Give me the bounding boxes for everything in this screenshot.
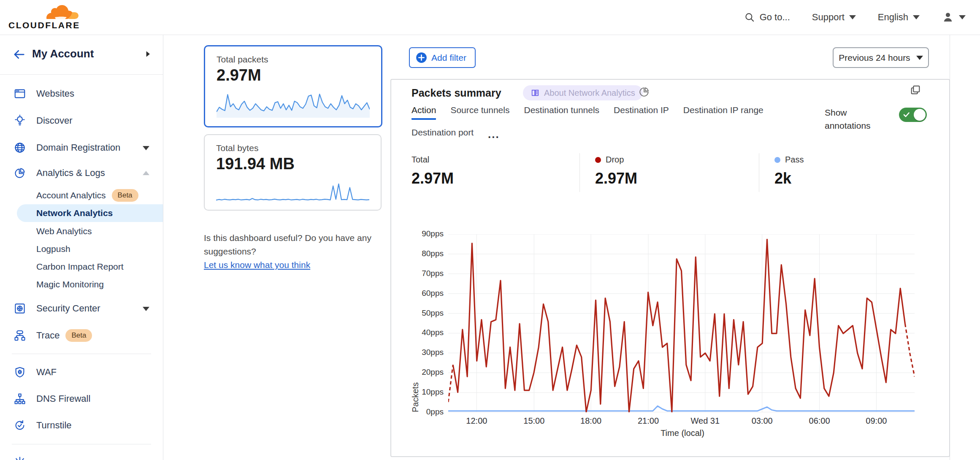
sidebar-item-network-analytics[interactable]: Network Analytics	[17, 204, 163, 222]
search-icon	[744, 12, 755, 23]
x-tick-label: 06:00	[809, 416, 830, 426]
support-label: Support	[812, 12, 845, 23]
bytes-sparkline	[216, 180, 369, 203]
expand-copy-icon[interactable]	[910, 84, 921, 96]
stat-divider	[759, 153, 759, 192]
goto-label: Go to...	[760, 12, 790, 23]
stat-label: Pass	[785, 155, 804, 165]
sidebar-item-label: TraceBeta	[36, 329, 92, 342]
stat-value: 2k	[774, 170, 804, 187]
beta-badge: Beta	[112, 189, 138, 202]
packets-time-series-chart	[448, 234, 915, 412]
beta-badge: Beta	[65, 329, 92, 342]
tab-destination-port[interactable]: Destination port	[411, 127, 474, 142]
tab-destination-tunnels[interactable]: Destination tunnels	[524, 105, 599, 120]
time-range-label: Previous 24 hours	[839, 53, 910, 63]
sidebar-item-turnstile[interactable]: Turnstile	[0, 414, 163, 437]
stat-value: 2.97M	[411, 170, 454, 187]
account-title: My Account	[32, 47, 94, 60]
spark-icon	[14, 456, 26, 460]
feedback-link[interactable]: Let us know what you think	[204, 260, 310, 270]
account-header[interactable]: My Account	[0, 35, 163, 75]
sidebar-item-domain-registration[interactable]: Domain Registration	[0, 136, 163, 160]
x-tick-label: Wed 31	[691, 416, 720, 426]
total-bytes-card[interactable]: Total bytes 191.94 MB	[204, 134, 382, 211]
stat-total: Total2.97M	[411, 155, 454, 187]
lightbulb-icon	[14, 114, 26, 127]
sidebar-item-label: DNS Firewall	[36, 393, 90, 404]
account-menu[interactable]	[942, 11, 966, 24]
language-menu[interactable]: English	[878, 12, 920, 23]
sidebar-item-discover[interactable]: Discover	[0, 109, 163, 133]
total-packets-card[interactable]: Total packets 2.97M	[204, 45, 382, 127]
show-annotations-toggle[interactable]	[899, 108, 927, 122]
sidebar-item-label: Web Analytics	[36, 226, 92, 236]
x-tick-label: 09:00	[866, 416, 887, 426]
sidebar-item-logpush[interactable]: Logpush	[0, 240, 163, 258]
sidebar-item-label: Turnstile	[36, 420, 72, 431]
sidebar-item-trace[interactable]: TraceBeta	[0, 324, 163, 347]
about-network-analytics-badge[interactable]: About Network Analytics	[523, 85, 643, 100]
tab-destination-ip-range[interactable]: Destination IP range	[683, 105, 763, 120]
sidebar-item-label: Websites	[36, 88, 74, 99]
show-annotations-label: Show annotations	[825, 106, 884, 132]
trace-icon	[14, 329, 26, 342]
x-tick-label: 15:00	[523, 416, 544, 426]
sidebar-item-dns-firewall[interactable]: DNS Firewall	[0, 387, 163, 411]
check-icon	[903, 111, 910, 119]
packets-summary-panel: Packets summary About Network Analytics …	[390, 79, 950, 457]
x-tick-label: 18:00	[580, 416, 601, 426]
add-filter-button[interactable]: Add filter	[409, 47, 476, 68]
safe-icon	[14, 302, 26, 315]
pie-chart-icon	[639, 87, 650, 97]
sidebar-item-security-center[interactable]: Security Center	[0, 297, 163, 320]
chevron-down-icon	[143, 146, 149, 150]
stat-drop: Drop2.97M	[595, 155, 637, 187]
globe-icon	[14, 141, 26, 154]
sidebar-item-label: Magic Monitoring	[36, 279, 104, 290]
about-badge-label: About Network Analytics	[544, 88, 635, 98]
support-menu[interactable]: Support	[812, 12, 856, 23]
time-range-dropdown[interactable]: Previous 24 hours	[833, 47, 929, 68]
sidebar-item-carbon-impact-report[interactable]: Carbon Impact Report	[0, 258, 163, 276]
sidebar-item-analytics-logs[interactable]: Analytics & Logs	[0, 161, 163, 185]
tab-action[interactable]: Action	[411, 105, 436, 120]
back-arrow-icon[interactable]	[13, 48, 25, 61]
sidebar-item-magic-monitoring[interactable]: Magic Monitoring	[0, 276, 163, 293]
chevron-right-icon[interactable]	[143, 50, 152, 58]
refresh-check-icon	[14, 419, 26, 432]
panel-title: Packets summary	[411, 87, 501, 99]
feedback-block: Is this dashboard useful? Do you have an…	[204, 231, 395, 272]
pie-icon	[14, 167, 26, 179]
card-title: Total bytes	[216, 143, 258, 153]
stat-label: Drop	[606, 155, 624, 165]
sidebar-item-websites[interactable]: Websites	[0, 82, 163, 106]
x-tick-label: 03:00	[752, 416, 773, 426]
language-label: English	[878, 12, 908, 23]
card-title: Total packets	[217, 54, 268, 65]
cloudflare-logo[interactable]: CLOUDFLARE	[8, 1, 80, 33]
sidebar-item-account-analytics[interactable]: Account AnalyticsBeta	[0, 187, 163, 204]
tab-source-tunnels[interactable]: Source tunnels	[450, 105, 509, 120]
y-axis-title: Packets	[411, 234, 420, 412]
stat-pass: Pass2k	[774, 155, 804, 187]
more-tabs-button[interactable]: ...	[488, 132, 500, 142]
book-icon	[531, 88, 540, 97]
sidebar-item-partial[interactable]	[0, 451, 163, 460]
stat-label: Total	[411, 155, 429, 165]
sidebar-item-web-analytics[interactable]: Web Analytics	[0, 222, 163, 240]
sidebar-item-label: WAF	[36, 367, 57, 378]
tab-destination-ip[interactable]: Destination IP	[614, 105, 669, 120]
sidebar-item-waf[interactable]: WAF	[0, 360, 163, 384]
card-value: 2.97M	[217, 66, 261, 84]
chevron-down-icon	[916, 56, 923, 60]
top-header: CLOUDFLARE Go to... Support English	[0, 0, 980, 35]
stat-value: 2.97M	[595, 170, 637, 187]
sidebar-item-label: Discover	[36, 115, 73, 126]
x-tick-label: 21:00	[638, 416, 659, 426]
plus-circle-icon	[416, 52, 427, 63]
sidebar-item-label: Domain Registration	[36, 142, 120, 153]
goto-search[interactable]: Go to...	[744, 12, 790, 23]
chevron-down-icon	[143, 307, 149, 311]
sidebar-item-label: Network Analytics	[36, 208, 113, 218]
